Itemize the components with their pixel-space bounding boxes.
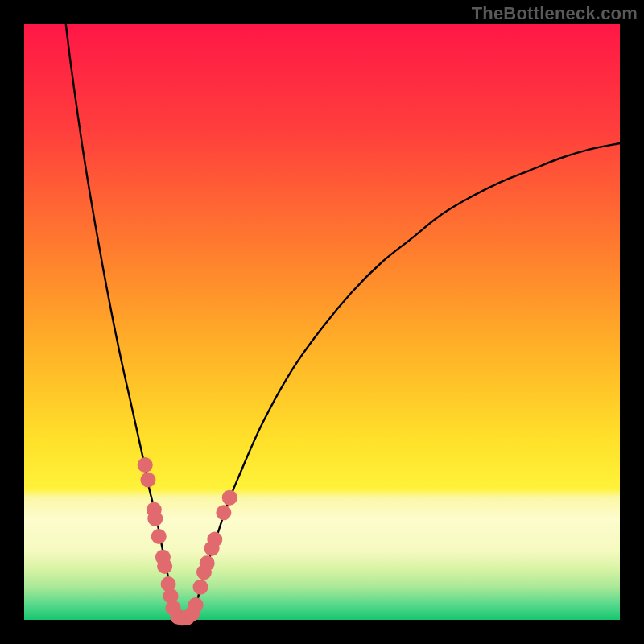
scatter-point <box>188 597 204 613</box>
scatter-point <box>200 555 215 571</box>
scatter-point <box>207 532 222 547</box>
scatter-point <box>138 457 153 473</box>
bottleneck-chart <box>0 0 644 644</box>
scatter-point <box>222 490 237 506</box>
scatter-point <box>151 529 167 544</box>
scatter-point <box>140 473 155 488</box>
chart-frame: TheBottleneck.com <box>0 0 644 644</box>
watermark-text: TheBottleneck.com <box>472 3 638 24</box>
scatter-point <box>157 559 172 574</box>
scatter-point <box>147 511 163 526</box>
scatter-point <box>216 505 231 520</box>
scatter-point <box>193 580 208 595</box>
